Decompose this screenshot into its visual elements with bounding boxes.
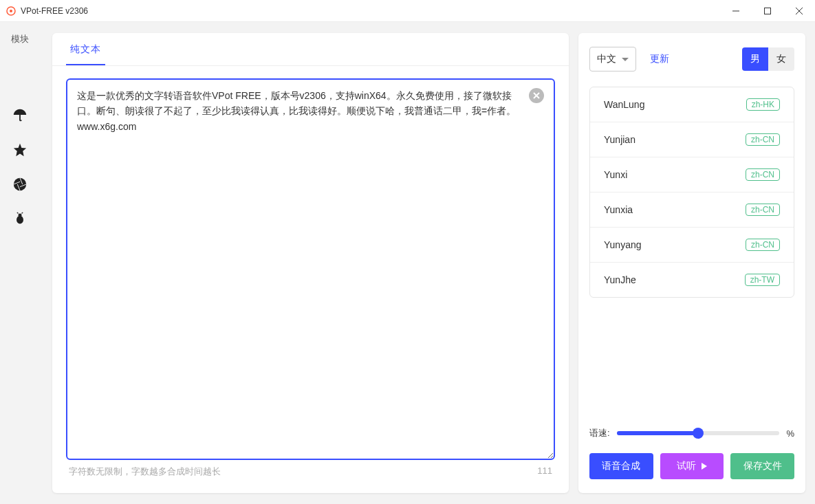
lang-select[interactable]: 中文 xyxy=(589,47,636,72)
speed-unit: % xyxy=(786,428,794,439)
speed-slider[interactable] xyxy=(617,431,780,435)
star-icon[interactable] xyxy=(12,142,28,158)
aperture-icon[interactable] xyxy=(12,176,28,193)
sidebar-label: 模块 xyxy=(11,33,29,45)
tabs: 纯文本 xyxy=(52,33,569,66)
svg-point-1 xyxy=(10,10,12,12)
tab-plaintext[interactable]: 纯文本 xyxy=(66,33,105,65)
voice-locale-badge: zh-TW xyxy=(745,274,780,286)
svg-point-6 xyxy=(14,178,26,190)
voice-item[interactable]: Yunyangzh-CN xyxy=(590,228,794,263)
synth-button[interactable]: 语音合成 xyxy=(589,453,653,479)
voice-name: Yunyang xyxy=(604,239,642,250)
voice-item[interactable]: Yunjianzh-CN xyxy=(590,122,794,157)
svg-point-8 xyxy=(19,214,22,217)
minimize-button[interactable] xyxy=(720,0,752,21)
footer-hint: 字符数无限制，字数越多合成时间越长 xyxy=(69,465,221,478)
voice-name: Yunxi xyxy=(604,169,627,180)
window-controls xyxy=(720,0,815,21)
voice-panel: 中文 更新 男 女 WanLungzh-HKYunjianzh-CNYunxiz… xyxy=(578,33,805,493)
voice-locale-badge: zh-CN xyxy=(746,133,780,146)
voice-list: WanLungzh-HKYunjianzh-CNYunxizh-CNYunxia… xyxy=(589,87,794,298)
voice-locale-badge: zh-CN xyxy=(746,168,780,181)
close-button[interactable] xyxy=(783,0,815,21)
text-panel: 纯文本 字符数无限制，字数越多合成时间越长 111 xyxy=(52,33,569,493)
voice-locale-badge: zh-CN xyxy=(746,204,780,216)
char-count: 111 xyxy=(537,465,552,478)
voice-locale-badge: zh-HK xyxy=(746,98,780,111)
lang-label: 中文 xyxy=(597,53,616,65)
update-link[interactable]: 更新 xyxy=(650,53,669,65)
clear-icon[interactable] xyxy=(529,88,544,103)
voice-item[interactable]: WanLungzh-HK xyxy=(590,87,794,122)
svg-point-7 xyxy=(17,216,23,224)
chevron-down-icon xyxy=(622,58,629,61)
voice-name: Yunjian xyxy=(604,134,635,145)
bug-icon[interactable] xyxy=(12,210,28,227)
gender-toggle: 男 女 xyxy=(742,47,794,71)
voice-name: WanLung xyxy=(604,99,644,110)
titlebar: VPot-FREE v2306 xyxy=(0,0,815,22)
svg-line-9 xyxy=(17,212,19,214)
speed-label: 语速: xyxy=(589,427,610,439)
text-input[interactable] xyxy=(66,78,555,460)
svg-line-10 xyxy=(22,212,23,214)
umbrella-icon[interactable] xyxy=(12,107,28,124)
play-icon xyxy=(702,463,707,470)
maximize-button[interactable] xyxy=(752,0,783,21)
voice-name: Yunxia xyxy=(604,204,633,215)
preview-button[interactable]: 试听 xyxy=(660,453,724,479)
window-title: VPot-FREE v2306 xyxy=(21,6,720,16)
preview-label: 试听 xyxy=(677,460,696,472)
voice-item[interactable]: Yunxizh-CN xyxy=(590,157,794,193)
sidebar: 模块 xyxy=(0,22,40,504)
voice-item[interactable]: Yunxiazh-CN xyxy=(590,193,794,228)
voice-item[interactable]: YunJhezh-TW xyxy=(590,263,794,297)
save-button[interactable]: 保存文件 xyxy=(730,453,794,479)
gender-male[interactable]: 男 xyxy=(742,47,768,71)
voice-name: YunJhe xyxy=(604,274,636,285)
app-icon xyxy=(6,6,17,17)
gender-female[interactable]: 女 xyxy=(768,47,794,71)
svg-rect-3 xyxy=(765,8,771,14)
voice-locale-badge: zh-CN xyxy=(746,239,780,251)
